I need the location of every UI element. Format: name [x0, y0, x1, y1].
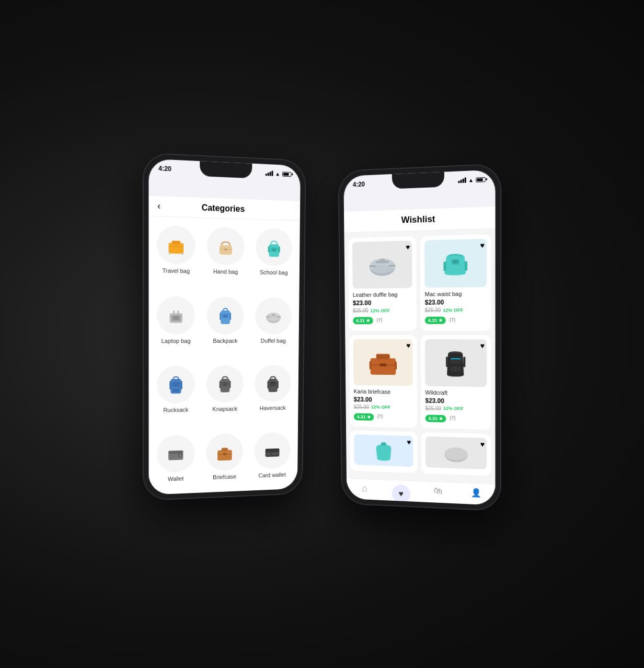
travel-bag-label: Travel bag: [162, 267, 190, 274]
category-item-backpack[interactable]: Backpack: [203, 294, 248, 359]
category-item-card-wallet[interactable]: Card wallet: [250, 430, 294, 494]
rucksack-icon: [164, 373, 188, 397]
category-item-briefcase[interactable]: Briefcase: [202, 431, 247, 495]
product-card-6[interactable]: ♥: [421, 432, 491, 476]
product-discount-1: 12% OFF: [370, 308, 389, 313]
svg-rect-79: [446, 356, 448, 367]
product-image-5: [354, 434, 413, 467]
right-notch: [392, 172, 444, 189]
signal-bar-4: [272, 171, 273, 176]
svg-rect-55: [267, 453, 271, 455]
category-item-school-bag[interactable]: School bag: [252, 226, 296, 291]
signal-bar-3: [463, 179, 464, 183]
product-old-price-3: $25.00: [354, 404, 369, 410]
svg-rect-29: [172, 382, 179, 387]
product-old-price-2: $25.00: [425, 307, 441, 313]
product-image-2: [424, 239, 487, 288]
back-button[interactable]: ‹: [157, 200, 160, 212]
travel-bag-circle: [157, 225, 196, 265]
svg-rect-35: [225, 384, 226, 386]
product-card-5[interactable]: ♥: [350, 430, 418, 473]
product-price-2: $23.00: [425, 298, 444, 306]
svg-rect-13: [278, 247, 280, 253]
briefcase-circle: [206, 433, 243, 471]
product-reviews-3: (7): [377, 414, 383, 419]
svg-rect-78: [451, 358, 461, 359]
category-item-travel-bag[interactable]: Travel bag: [153, 223, 199, 290]
category-item-haversack[interactable]: Haversack: [251, 363, 295, 427]
left-phone: 4:20 ▲ ‹ Cat: [143, 153, 306, 500]
laptop-bag-icon: [164, 303, 188, 327]
signal-bar-1: [458, 181, 460, 183]
svg-rect-66: [453, 260, 458, 261]
cart-icon: 🛍: [434, 486, 442, 496]
nav-cart[interactable]: 🛍: [419, 486, 457, 505]
product-price-4: $23.00: [425, 397, 444, 405]
svg-rect-49: [222, 448, 228, 451]
hand-bag-label: Hand bag: [213, 268, 238, 275]
favorite-circle: ♥: [392, 485, 410, 504]
svg-rect-75: [369, 361, 371, 370]
heart-button-6[interactable]: ♥: [480, 440, 485, 448]
product-card-wildcraft[interactable]: ♥: [421, 335, 491, 430]
heart-button-3[interactable]: ♥: [406, 341, 410, 350]
heart-nav-icon: ♥: [398, 489, 403, 499]
left-notch: [200, 161, 252, 178]
product-card-mac-waist[interactable]: ♥ Mac waist b: [420, 234, 491, 330]
svg-rect-16: [175, 317, 178, 319]
left-time: 4:20: [158, 165, 171, 173]
product-reviews-1: (7): [376, 317, 382, 323]
left-signal: [266, 170, 273, 176]
svg-rect-40: [267, 381, 269, 389]
favorite-label: Favorite: [393, 504, 410, 505]
card-wallet-label: Card wallet: [258, 471, 286, 478]
school-bag-label: School bag: [260, 269, 288, 276]
svg-rect-71: [376, 354, 389, 359]
product-rating-1: 4.31 ★: [353, 317, 373, 324]
left-battery-icon: [282, 171, 292, 177]
category-item-laptop-bag[interactable]: Laptop bag: [153, 294, 199, 360]
product-reviews-2: (7): [450, 317, 455, 322]
product-price-3: $23.00: [354, 396, 372, 403]
category-item-knapsack[interactable]: Knapsack: [203, 363, 247, 428]
nav-home[interactable]: ⌂: [347, 482, 383, 505]
right-battery-icon: [476, 177, 486, 182]
signal-bar-4: [465, 177, 466, 182]
nav-favorite[interactable]: ♥ Favorite: [383, 484, 420, 505]
svg-rect-54: [266, 448, 280, 452]
product-price-1: $23.00: [353, 300, 371, 307]
svg-rect-36: [220, 381, 221, 388]
wishlist-title: Wishlist: [401, 214, 435, 225]
sport-bag-image: [371, 438, 396, 463]
svg-rect-30: [169, 381, 171, 389]
wildcraft-image: [439, 347, 473, 379]
categories-grid: Travel bag Hand bag: [148, 216, 300, 495]
wallet-label: Wallet: [168, 475, 183, 482]
knapsack-circle: [206, 365, 244, 403]
category-item-duffel-bag[interactable]: Duffel bag: [251, 295, 295, 359]
heart-button-4[interactable]: ♥: [480, 341, 485, 350]
backpack-label: Backpack: [213, 337, 237, 343]
heart-button-2[interactable]: ♥: [480, 241, 485, 250]
product-card-leather-duffle[interactable]: ♥ Leather duf: [348, 236, 417, 331]
product-price-row-1: $23.00: [353, 299, 412, 307]
knapsack-label: Knapsack: [212, 406, 237, 412]
nav-profile[interactable]: 👤: [457, 487, 495, 505]
right-battery-fill: [477, 178, 483, 181]
svg-rect-32: [172, 389, 179, 392]
svg-rect-81: [450, 366, 461, 371]
left-phone-screen: 4:20 ▲ ‹ Cat: [148, 159, 300, 495]
haversack-circle: [255, 365, 291, 402]
product-old-price-1: $25.00: [353, 308, 368, 314]
category-item-rucksack[interactable]: Rucksack: [153, 363, 199, 429]
travel-bag-image2: [440, 440, 472, 466]
signal-bar-2: [461, 180, 462, 183]
category-item-hand-bag[interactable]: Hand bag: [203, 224, 248, 290]
category-item-wallet[interactable]: Wallet: [153, 432, 199, 495]
left-wifi-icon: ▲: [275, 170, 280, 176]
school-bag-circle: [256, 228, 292, 266]
heart-button-5[interactable]: ♥: [407, 438, 411, 446]
heart-button-1[interactable]: ♥: [406, 243, 410, 251]
product-card-karia-briefcase[interactable]: ♥ Karia brief: [349, 335, 417, 428]
categories-title: Categories: [165, 201, 280, 215]
